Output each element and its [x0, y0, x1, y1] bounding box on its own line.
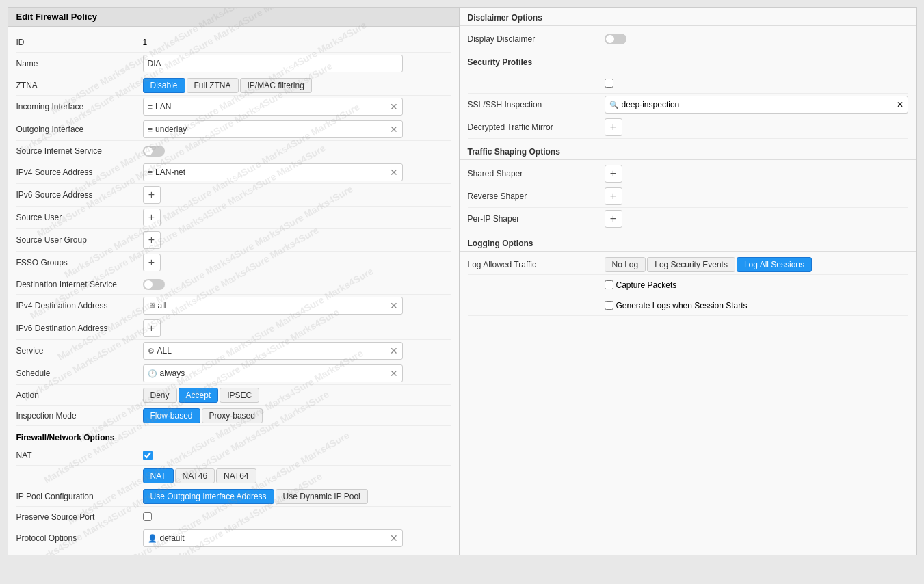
incoming-interface-field[interactable]: ≡ LAN ✕ [143, 98, 403, 116]
nat46-btn[interactable]: NAT46 [175, 468, 215, 483]
per-ip-shaper-plus[interactable]: + [605, 210, 622, 228]
ipv4-dest-address-field[interactable]: 🖥 all ✕ [143, 297, 403, 315]
name-row: Name DIA [16, 53, 451, 75]
ipv4-dest-address-value: 🖥 all ✕ [143, 297, 451, 315]
shared-shaper-label: Shared Shaper [468, 169, 605, 178]
generate-logs-value: Generate Logs when Session Starts [605, 301, 908, 310]
name-field-text: DIA [148, 59, 398, 68]
incoming-interface-row: Incoming Interface ≡ LAN ✕ [16, 96, 451, 118]
ssl-ssh-inspection-field[interactable]: 🔍 deep-inspection ✕ [605, 96, 908, 114]
outgoing-interface-field[interactable]: ≡ underlay ✕ [143, 120, 403, 138]
disclaimer-section-title: Disclaimer Options [460, 8, 916, 26]
inspection-mode-label: Inspection Mode [16, 411, 143, 421]
ipv4-dest-address-close[interactable]: ✕ [390, 300, 398, 311]
generate-logs-checkbox[interactable] [605, 301, 613, 310]
action-deny-btn[interactable]: Deny [143, 388, 177, 403]
log-security-events-btn[interactable]: Log Security Events [647, 257, 735, 272]
service-field[interactable]: ⚙ ALL ✕ [143, 342, 403, 360]
action-accept-btn[interactable]: Accept [179, 388, 219, 403]
per-ip-shaper-label: Per-IP Shaper [468, 214, 605, 224]
ipv4-source-address-close[interactable]: ✕ [390, 167, 398, 178]
ztna-ipmac-btn[interactable]: IP/MAC filtering [240, 78, 312, 93]
decrypted-traffic-mirror-label: Decrypted Traffic Mirror [468, 122, 605, 132]
schedule-field[interactable]: 🕐 always ✕ [143, 364, 403, 382]
id-value: 1 [143, 38, 451, 47]
shared-shaper-plus[interactable]: + [605, 165, 622, 183]
nat64-btn[interactable]: NAT64 [216, 468, 256, 483]
ztna-disable-btn[interactable]: Disable [143, 78, 185, 93]
ssl-close-btn[interactable]: ✕ [897, 100, 903, 109]
decrypted-traffic-mirror-plus[interactable]: + [605, 118, 622, 136]
inspection-proxy-btn[interactable]: Proxy-based [202, 408, 263, 423]
ipv4-source-address-icon: ≡ [148, 168, 153, 178]
protocol-options-row: Protocol Options 👤 default ✕ [16, 527, 451, 549]
log-allowed-traffic-value: No Log Log Security Events Log All Sessi… [605, 257, 908, 272]
ip-pool-dynamic-btn[interactable]: Use Dynamic IP Pool [276, 489, 368, 504]
action-ipsec-btn[interactable]: IPSEC [220, 388, 259, 403]
fsso-groups-label: FSSO Groups [16, 258, 143, 267]
security-profiles-checkbox[interactable] [605, 79, 613, 88]
inspection-mode-value: Flow-based Proxy-based [143, 408, 451, 423]
ipv6-dest-address-plus[interactable]: + [143, 319, 161, 337]
action-value: Deny Accept IPSEC [143, 388, 451, 403]
id-text: 1 [143, 38, 148, 47]
ip-pool-outgoing-btn[interactable]: Use Outgoing Interface Address [143, 489, 274, 504]
ztna-full-btn[interactable]: Full ZTNA [187, 78, 239, 93]
no-log-btn[interactable]: No Log [605, 257, 646, 272]
log-allowed-traffic-row: Log Allowed Traffic No Log Log Security … [468, 254, 908, 275]
source-user-plus[interactable]: + [143, 209, 161, 226]
display-disclaimer-toggle[interactable] [605, 34, 626, 44]
source-user-group-plus[interactable]: + [143, 231, 161, 249]
nat-type-btn-group: NAT NAT46 NAT64 [143, 468, 256, 483]
service-value: ⚙ ALL ✕ [143, 342, 451, 360]
ipv6-dest-address-label: IPv6 Destination Address [16, 323, 143, 333]
incoming-interface-close[interactable]: ✕ [390, 101, 398, 112]
shared-shaper-value: + [605, 165, 908, 183]
capture-packets-row: Capture Packets [468, 275, 908, 295]
capture-packets-checkbox[interactable] [605, 280, 613, 289]
traffic-shaping-form-body: Shared Shaper + Reverse Shaper + Per-IP … [460, 160, 916, 233]
ipv4-dest-address-icon: 🖥 [148, 302, 155, 310]
inspection-flow-btn[interactable]: Flow-based [143, 408, 200, 423]
decrypted-traffic-mirror-value: + [605, 118, 908, 136]
right-panel: Disclaimer Options Display Disclaimer Se… [460, 8, 916, 555]
nat-type-row: NAT NAT46 NAT64 [16, 466, 451, 486]
id-row: ID 1 [16, 32, 451, 53]
outgoing-interface-close[interactable]: ✕ [390, 124, 398, 135]
name-field[interactable]: DIA [143, 55, 403, 72]
ipv4-source-address-field[interactable]: ≡ LAN-net ✕ [143, 163, 403, 181]
source-internet-service-toggle[interactable] [143, 146, 165, 157]
preserve-source-port-value [143, 512, 451, 521]
source-user-group-value: + [143, 231, 451, 249]
nat-checkbox[interactable] [143, 451, 153, 460]
disclaimer-form-body: Display Disclaimer [460, 26, 916, 52]
generate-logs-text: Generate Logs when Session Starts [616, 301, 748, 310]
ip-pool-label: IP Pool Configuration [16, 492, 143, 501]
reverse-shaper-plus[interactable]: + [605, 187, 622, 205]
name-label: Name [16, 59, 143, 68]
nat-btn[interactable]: NAT [143, 468, 174, 483]
service-close[interactable]: ✕ [390, 345, 398, 356]
protocol-options-field[interactable]: 👤 default ✕ [143, 529, 403, 547]
outgoing-interface-value: ≡ underlay ✕ [143, 120, 451, 138]
source-internet-service-row: Source Internet Service [16, 141, 451, 161]
schedule-row: Schedule 🕐 always ✕ [16, 362, 451, 385]
dest-internet-service-toggle[interactable] [143, 279, 165, 290]
outgoing-interface-label: Outgoing Interface [16, 124, 143, 134]
security-profiles-section: Security Profiles SSL/SSH Inspection 🔍 [460, 52, 916, 142]
preserve-source-port-label: Preserve Source Port [16, 512, 143, 522]
protocol-options-icon: 👤 [148, 534, 157, 543]
protocol-options-close[interactable]: ✕ [390, 533, 398, 544]
source-internet-service-value [143, 146, 451, 157]
preserve-source-port-checkbox[interactable] [143, 512, 152, 521]
main-container: Marks4Sure Marks4Sure Marks4Sure Marks4S… [8, 7, 917, 555]
fsso-groups-plus[interactable]: + [143, 254, 161, 271]
log-all-sessions-btn[interactable]: Log All Sessions [737, 257, 812, 272]
schedule-close[interactable]: ✕ [390, 368, 398, 379]
dest-internet-service-label: Destination Internet Service [16, 280, 143, 289]
dest-internet-service-value [143, 279, 451, 290]
schedule-text: always [160, 369, 387, 378]
ipv4-dest-address-row: IPv4 Destination Address 🖥 all ✕ [16, 295, 451, 317]
ipv6-source-address-plus[interactable]: + [143, 186, 161, 204]
logging-options-section: Logging Options Log Allowed Traffic No L… [460, 233, 916, 319]
